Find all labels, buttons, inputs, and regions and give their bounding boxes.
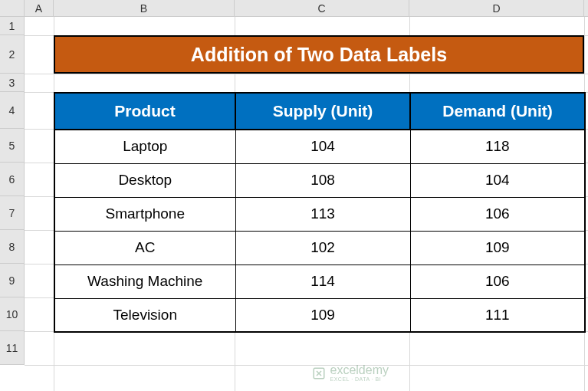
cell-demand[interactable]: 106 (410, 197, 585, 231)
cell-supply[interactable]: 113 (235, 197, 410, 231)
row-header-5[interactable]: 5 (0, 129, 25, 163)
table-row: AC 102 109 (54, 231, 585, 264)
header-product[interactable]: Product (54, 93, 235, 130)
cell-supply[interactable]: 114 (235, 264, 410, 298)
row-header-10[interactable]: 10 (0, 297, 25, 331)
header-demand[interactable]: Demand (Unit) (410, 93, 585, 130)
row-headers-column: 1 2 3 4 5 6 7 8 9 10 11 (0, 17, 25, 365)
cell-product[interactable]: AC (54, 231, 235, 264)
cell-demand[interactable]: 109 (410, 231, 585, 264)
cell-product[interactable]: Washing Machine (54, 264, 235, 298)
data-table: Product Supply (Unit) Demand (Unit) Lapt… (54, 92, 586, 333)
table-row: Washing Machine 114 106 (54, 264, 585, 298)
column-header-D[interactable]: D (409, 0, 584, 16)
table-row: Laptop 104 118 (54, 130, 585, 163)
watermark: exceldemy EXCEL · DATA · BI (312, 364, 389, 382)
column-headers-row: A B C D (0, 0, 588, 17)
column-header-C[interactable]: C (235, 0, 409, 16)
cell-product[interactable]: Television (54, 298, 235, 332)
row-header-7[interactable]: 7 (0, 196, 25, 230)
cell-product[interactable]: Desktop (54, 163, 235, 197)
table-row: Smartphone 113 106 (54, 197, 585, 231)
cell-demand[interactable]: 106 (410, 264, 585, 298)
row-header-4[interactable]: 4 (0, 92, 25, 129)
row-header-2[interactable]: 2 (0, 35, 25, 74)
cell-product[interactable]: Smartphone (54, 197, 235, 231)
spreadsheet-grid: A B C D 1 2 3 4 5 6 7 8 9 10 11 (0, 0, 588, 391)
row-header-9[interactable]: 9 (0, 264, 25, 297)
watermark-sub-text: EXCEL · DATA · BI (330, 376, 389, 382)
row-header-6[interactable]: 6 (0, 163, 25, 196)
cell-supply[interactable]: 102 (235, 231, 410, 264)
watermark-logo-icon (312, 366, 326, 380)
table-header-row: Product Supply (Unit) Demand (Unit) (54, 93, 585, 130)
table-row: Television 109 111 (54, 298, 585, 332)
row-header-11[interactable]: 11 (0, 331, 25, 365)
row-header-3[interactable]: 3 (0, 74, 25, 92)
title-cell[interactable]: Addition of Two Data Labels (54, 35, 584, 74)
row-header-8[interactable]: 8 (0, 230, 25, 264)
cell-demand[interactable]: 118 (410, 130, 585, 163)
cell-demand[interactable]: 111 (410, 298, 585, 332)
column-header-A[interactable]: A (25, 0, 54, 16)
cell-demand[interactable]: 104 (410, 163, 585, 197)
watermark-main-text: exceldemy (330, 364, 389, 376)
cell-supply[interactable]: 109 (235, 298, 410, 332)
select-all-corner[interactable] (0, 0, 25, 16)
cell-supply[interactable]: 104 (235, 130, 410, 163)
title-text: Addition of Two Data Labels (191, 44, 447, 66)
table-row: Desktop 108 104 (54, 163, 585, 197)
cell-supply[interactable]: 108 (235, 163, 410, 197)
column-header-B[interactable]: B (54, 0, 235, 16)
row-header-1[interactable]: 1 (0, 17, 25, 35)
header-supply[interactable]: Supply (Unit) (235, 93, 410, 130)
cell-product[interactable]: Laptop (54, 130, 235, 163)
